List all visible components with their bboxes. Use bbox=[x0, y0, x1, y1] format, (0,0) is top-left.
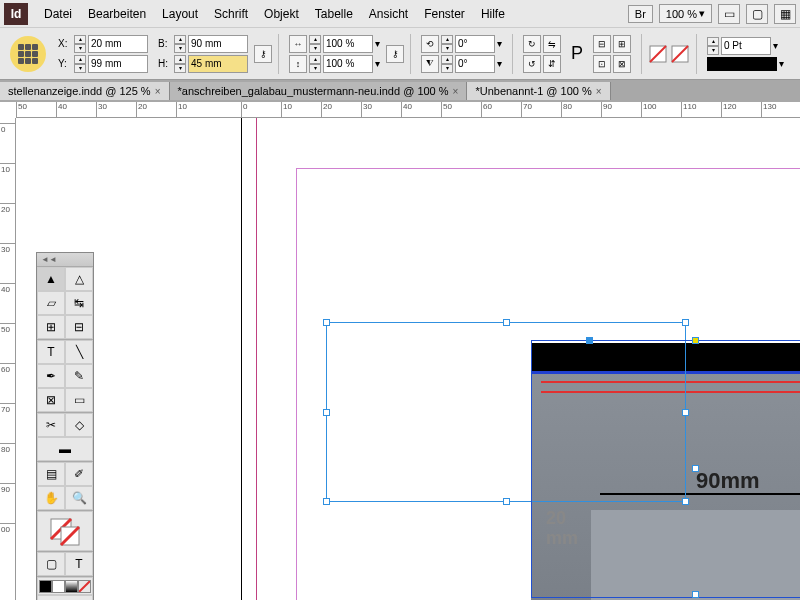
close-icon[interactable]: × bbox=[596, 86, 602, 97]
rotate-icon: ⟲ bbox=[421, 35, 439, 53]
sy-spinner[interactable]: ▴▾ bbox=[309, 55, 321, 73]
scissors-tool[interactable]: ✂ bbox=[37, 413, 65, 437]
scale-x-input[interactable] bbox=[323, 35, 373, 53]
menu-fenster[interactable]: Fenster bbox=[416, 7, 473, 21]
scale-x-icon: ↔ bbox=[289, 35, 307, 53]
direct-selection-tool[interactable]: △ bbox=[65, 267, 93, 291]
content-frame[interactable] bbox=[531, 340, 800, 598]
menu-hilfe[interactable]: Hilfe bbox=[473, 7, 513, 21]
rotate-cw-icon[interactable]: ↻ bbox=[523, 35, 541, 53]
b-label: B: bbox=[158, 38, 172, 49]
canvas[interactable]: 90mm 20 mm bbox=[16, 118, 800, 600]
h-input[interactable] bbox=[188, 55, 248, 73]
eyedropper-tool[interactable]: ✐ bbox=[65, 462, 93, 486]
stroke-style[interactable] bbox=[707, 57, 777, 71]
rectangle-tool[interactable]: ▭ bbox=[65, 388, 93, 412]
arrange-icon[interactable]: ▦ bbox=[774, 4, 796, 24]
free-transform-tool[interactable]: ◇ bbox=[65, 413, 93, 437]
app-logo: Id bbox=[4, 3, 28, 25]
formatting-text-icon[interactable]: T bbox=[65, 552, 93, 576]
rotate-ccw-icon[interactable]: ↺ bbox=[523, 55, 541, 73]
bridge-button[interactable]: Br bbox=[628, 5, 653, 23]
menu-layout[interactable]: Layout bbox=[154, 7, 206, 21]
content-placer-tool[interactable]: ⊟ bbox=[65, 315, 93, 339]
formatting-container-icon[interactable]: ▢ bbox=[37, 552, 65, 576]
sx-spinner[interactable]: ▴▾ bbox=[309, 35, 321, 53]
scale-y-icon: ↕ bbox=[289, 55, 307, 73]
ruler-horizontal: 50 40 30 20 10 0 10 20 30 40 50 60 70 80… bbox=[16, 102, 800, 118]
link-scale-icon[interactable]: ⚷ bbox=[386, 45, 404, 63]
ruler-vertical: 0 10 20 30 40 50 60 70 80 90 00 bbox=[0, 118, 16, 600]
zoom-level[interactable]: 100 % ▾ bbox=[659, 4, 712, 23]
gap-tool[interactable]: ↹ bbox=[65, 291, 93, 315]
stroke-spinner[interactable]: ▴▾ bbox=[707, 37, 719, 55]
shear-spinner[interactable]: ▴▾ bbox=[441, 55, 453, 73]
stroke-none-icon[interactable] bbox=[648, 44, 668, 64]
menu-datei[interactable]: Datei bbox=[36, 7, 80, 21]
gradient-swatch-tool[interactable]: ▬ bbox=[37, 437, 93, 461]
fill-stroke-swap[interactable] bbox=[37, 511, 93, 551]
fill-none-icon[interactable] bbox=[670, 44, 690, 64]
y-input[interactable] bbox=[88, 55, 148, 73]
tab-anschreiben[interactable]: *anschreiben_galabau_mustermann-neu.indd… bbox=[170, 82, 468, 100]
bleed-guide bbox=[256, 118, 257, 600]
pencil-tool[interactable]: ✎ bbox=[65, 364, 93, 388]
flip-v-icon[interactable]: ⇵ bbox=[543, 55, 561, 73]
x-label: X: bbox=[58, 38, 72, 49]
menu-bearbeiten[interactable]: Bearbeiten bbox=[80, 7, 154, 21]
page-edge-guide bbox=[241, 118, 242, 600]
menu-ansicht[interactable]: Ansicht bbox=[361, 7, 416, 21]
rot-spinner[interactable]: ▴▾ bbox=[441, 35, 453, 53]
content-collector-tool[interactable]: ⊞ bbox=[37, 315, 65, 339]
zoom-tool[interactable]: 🔍 bbox=[65, 486, 93, 510]
page-tool[interactable]: ▱ bbox=[37, 291, 65, 315]
stroke-weight-input[interactable] bbox=[721, 37, 771, 55]
line-tool[interactable]: ╲ bbox=[65, 340, 93, 364]
shear-icon: ⧨ bbox=[421, 55, 439, 73]
view-mode-icon[interactable]: ▭ bbox=[718, 4, 740, 24]
view-mode-toggle[interactable]: ▭ bbox=[37, 595, 93, 600]
b-input[interactable] bbox=[188, 35, 248, 53]
pen-tool[interactable]: ✒ bbox=[37, 364, 65, 388]
selection-tool[interactable]: ▲ bbox=[37, 267, 65, 291]
h-spinner[interactable]: ▴▾ bbox=[174, 55, 186, 73]
menu-objekt[interactable]: Objekt bbox=[256, 7, 307, 21]
screen-mode-icon[interactable]: ▢ bbox=[746, 4, 768, 24]
menu-tabelle[interactable]: Tabelle bbox=[307, 7, 361, 21]
tab-stellenanzeige[interactable]: stellenanzeige.indd @ 125 %× bbox=[0, 82, 170, 100]
close-icon[interactable]: × bbox=[453, 86, 459, 97]
type-tool[interactable]: T bbox=[37, 340, 65, 364]
tools-panel[interactable]: ◄◄ ▲ △ ▱ ↹ ⊞ ⊟ T ╲ ✒ ✎ ⊠ ▭ ✂ ◇ ▬ ▤ ✐ ✋ 🔍 bbox=[36, 252, 94, 600]
scale-y-input[interactable] bbox=[323, 55, 373, 73]
x-input[interactable] bbox=[88, 35, 148, 53]
align-icon-4[interactable]: ⊠ bbox=[613, 55, 631, 73]
align-icon-2[interactable]: ⊞ bbox=[613, 35, 631, 53]
y-label: Y: bbox=[58, 58, 72, 69]
tab-unbenannt[interactable]: *Unbenannt-1 @ 100 %× bbox=[467, 82, 610, 100]
svg-line-8 bbox=[79, 581, 90, 592]
color-mode-row[interactable] bbox=[37, 577, 93, 595]
menu-schrift[interactable]: Schrift bbox=[206, 7, 256, 21]
h-label: H: bbox=[158, 58, 172, 69]
rectangle-frame-tool[interactable]: ⊠ bbox=[37, 388, 65, 412]
constrain-icon[interactable]: ⚷ bbox=[254, 45, 272, 63]
paragraph-icon: P bbox=[571, 43, 583, 64]
workspace: 0 10 20 30 40 50 60 70 80 90 00 90mm 20 … bbox=[0, 118, 800, 600]
b-spinner[interactable]: ▴▾ bbox=[174, 35, 186, 53]
align-icon-1[interactable]: ⊟ bbox=[593, 35, 611, 53]
hand-tool[interactable]: ✋ bbox=[37, 486, 65, 510]
align-icon-3[interactable]: ⊡ bbox=[593, 55, 611, 73]
control-bar: X:▴▾ Y:▴▾ B:▴▾ H:▴▾ ⚷ ↔▴▾▾ ↕▴▾▾ ⚷ ⟲▴▾▾ ⧨… bbox=[0, 28, 800, 80]
rotate-input[interactable] bbox=[455, 35, 495, 53]
close-icon[interactable]: × bbox=[155, 86, 161, 97]
panel-collapse-icon[interactable]: ◄◄ bbox=[37, 253, 93, 267]
note-tool[interactable]: ▤ bbox=[37, 462, 65, 486]
chevron-down-icon: ▾ bbox=[699, 7, 705, 20]
flip-h-icon[interactable]: ⇋ bbox=[543, 35, 561, 53]
x-spinner[interactable]: ▴▾ bbox=[74, 35, 86, 53]
menubar: Id Datei Bearbeiten Layout Schrift Objek… bbox=[0, 0, 800, 28]
document-tabs: stellenanzeige.indd @ 125 %× *anschreibe… bbox=[0, 80, 800, 102]
reference-point[interactable] bbox=[10, 36, 46, 72]
shear-input[interactable] bbox=[455, 55, 495, 73]
y-spinner[interactable]: ▴▾ bbox=[74, 55, 86, 73]
